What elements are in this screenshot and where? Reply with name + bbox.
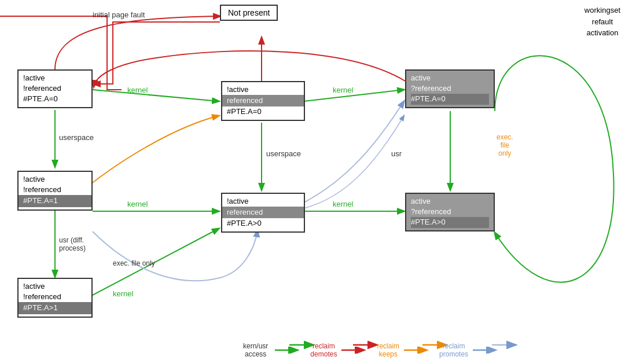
legend: kern/usraccess reclaimdemotes reclaimkee… xyxy=(243,342,499,358)
box4-line1: !active xyxy=(227,84,299,95)
state-box-1: !active !referenced #PTE.A=0 xyxy=(17,69,93,108)
box2-line3: #PTE.A=1 xyxy=(19,195,91,207)
svg-line-0 xyxy=(93,90,219,101)
box6-line2: ?referenced xyxy=(411,83,489,94)
box1-line3: #PTE.A=0 xyxy=(23,94,87,104)
kernel-label-4: kernel xyxy=(333,200,353,208)
box5-line1: !active xyxy=(227,196,299,207)
box7-line1: active xyxy=(411,196,489,207)
box2-line1: !active xyxy=(23,174,87,185)
legend-green-arrow xyxy=(275,347,301,354)
box1-line2: !referenced xyxy=(23,83,87,94)
kernel-label-3: kernel xyxy=(127,200,148,208)
box7-line2: ?referenced xyxy=(411,207,489,217)
legend-blue-arrow xyxy=(473,347,499,354)
exec-file-only-label-2: exec. file only xyxy=(113,259,155,267)
box4-line3: #PTE.A=0 xyxy=(227,106,299,117)
box2-line2: !referenced xyxy=(23,185,87,195)
legend-keeps: reclaimkeeps xyxy=(377,342,399,358)
kernel-label-2: kernel xyxy=(333,86,353,94)
box5-line3: #PTE.A>0 xyxy=(227,218,299,229)
box5-line2: referenced xyxy=(222,207,304,218)
legend-access: kern/usraccess xyxy=(243,342,268,358)
box3-line2: !referenced xyxy=(23,292,87,302)
exec-file-only-label-1: exec.fileonly xyxy=(497,133,513,157)
state-box-3: !active !referenced #PTE.A>1 xyxy=(17,278,93,318)
userspace-label-1: userspace xyxy=(59,133,94,142)
usr-diff-label: usr (diff.process) xyxy=(59,236,86,252)
state-box-2: !active !referenced #PTE.A=1 xyxy=(17,171,93,211)
state-box-7: active ?referenced #PTE.A>0 xyxy=(405,193,495,231)
legend-red-arrow xyxy=(341,347,367,354)
workingset-label: workingsetrefaultactivation xyxy=(584,5,620,39)
legend-orange-arrow xyxy=(404,347,430,354)
box3-line3: #PTE.A>1 xyxy=(19,302,91,314)
state-box-6: active ?referenced #PTE.A=0 xyxy=(405,69,495,108)
box6-line1: active xyxy=(411,73,489,83)
usr-label: usr xyxy=(391,149,402,158)
kernel-label-1: kernel xyxy=(127,86,148,94)
box1-line1: !active xyxy=(23,73,87,83)
state-box-5: !active referenced #PTE.A>0 xyxy=(221,193,305,233)
state-box-4: !active referenced #PTE.A=0 xyxy=(221,81,305,121)
arrows-svg xyxy=(0,0,625,364)
legend-promotes: reclaimpromotes xyxy=(439,342,468,358)
svg-line-4 xyxy=(93,229,219,295)
box4-line2: referenced xyxy=(222,95,304,106)
not-present-box: Not present xyxy=(220,5,278,21)
initial-page-fault-label: initial page fault xyxy=(93,10,145,19)
diagram-container: Not present workingsetrefaultactivation … xyxy=(0,0,625,364)
svg-line-1 xyxy=(304,90,404,101)
legend-demotes: reclaimdemotes xyxy=(310,342,337,358)
kernel-label-5: kernel xyxy=(113,289,133,298)
box7-line3: #PTE.A>0 xyxy=(411,217,489,227)
userspace-label-2: userspace xyxy=(266,149,301,158)
box6-line3: #PTE.A=0 xyxy=(411,94,489,104)
box3-line1: !active xyxy=(23,281,87,292)
